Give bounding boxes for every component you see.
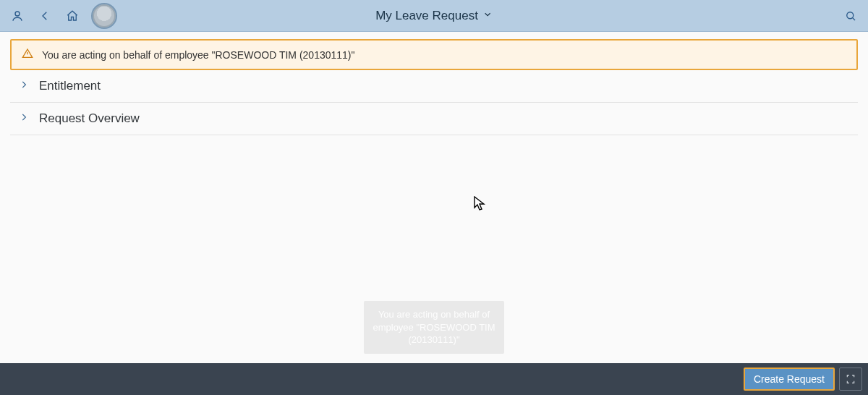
back-icon[interactable] (33, 4, 56, 27)
org-logo (91, 3, 117, 29)
section-title: Request Overview (39, 111, 140, 126)
header-left-group (6, 3, 117, 29)
toast-text: You are acting on behalf of employee "RO… (373, 309, 495, 345)
chevron-down-icon (482, 9, 493, 23)
page-title-text: My Leave Request (375, 9, 478, 23)
onbehalf-alert: You are acting on behalf of employee "RO… (10, 39, 858, 70)
chevron-right-icon (19, 80, 29, 93)
exit-fullscreen-button[interactable] (839, 368, 862, 391)
section-request-overview[interactable]: Request Overview (10, 103, 858, 135)
home-icon[interactable] (61, 4, 84, 27)
warning-icon (22, 48, 33, 61)
search-icon[interactable] (839, 4, 862, 27)
svg-point-1 (847, 12, 854, 18)
user-icon[interactable] (6, 4, 29, 27)
section-title: Entitlement (39, 79, 101, 93)
onbehalf-toast: You are acting on behalf of employee "RO… (364, 301, 504, 354)
content-area: You are acting on behalf of employee "RO… (0, 32, 868, 135)
alert-text: You are acting on behalf of employee "RO… (42, 49, 355, 61)
section-entitlement[interactable]: Entitlement (10, 70, 858, 103)
svg-point-0 (15, 12, 20, 16)
create-request-button[interactable]: Create Request (744, 368, 835, 391)
exit-fullscreen-icon (845, 373, 856, 385)
chevron-right-icon (19, 112, 29, 125)
header-right-group (839, 4, 862, 27)
footer-bar: Create Request (0, 363, 868, 395)
mouse-cursor (474, 196, 485, 212)
page-title-dropdown[interactable]: My Leave Request (375, 9, 493, 23)
app-header: My Leave Request (0, 0, 868, 32)
